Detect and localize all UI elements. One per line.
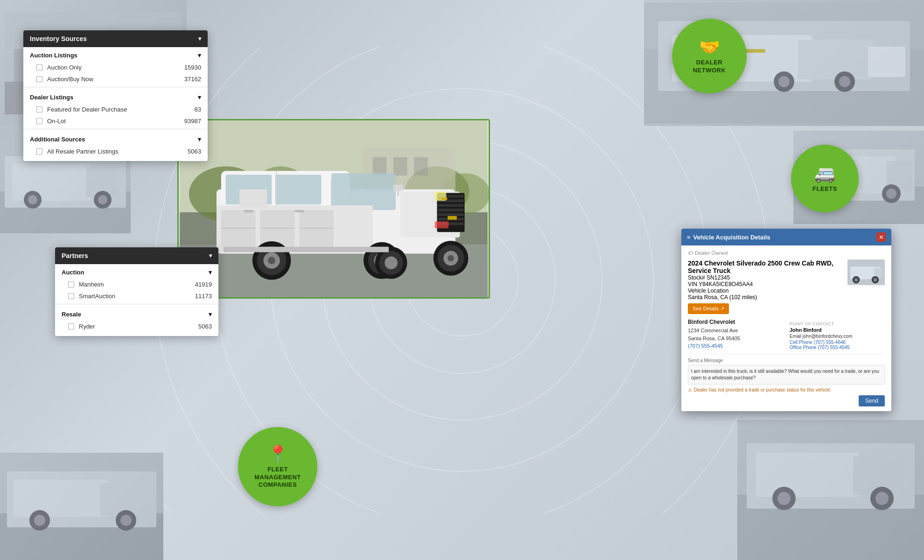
svg-point-131 <box>854 278 858 282</box>
svg-rect-123 <box>224 247 389 252</box>
modal-vehicle-row: 2024 Chevrolet Silverado 2500 Crew Cab R… <box>688 259 885 314</box>
modal-header: ≡ Vehicle Acquisition Details ✕ <box>681 229 891 245</box>
fleet-management-badge: 📍 FLEETMANAGEMENTCOMPANIES <box>238 427 317 506</box>
main-truck-image <box>177 119 490 299</box>
modal-stock-label: Stock# <box>688 274 705 281</box>
modal-close-button[interactable]: ✕ <box>876 232 886 242</box>
svg-point-111 <box>268 257 275 264</box>
fleets-label: FLEETS <box>812 185 837 193</box>
bg-truck-bottom-left <box>0 453 163 560</box>
svg-point-47 <box>28 195 37 204</box>
dealer-listings-section-header[interactable]: Dealer Listings ▾ <box>23 89 208 104</box>
fleets-badge: 🚐 FLEETS <box>791 145 859 212</box>
contact-office-value: (707) 555-4545 <box>818 345 849 350</box>
modal-dealer-info-col: Binford Chevrolet 1234 Commercial Ave Sa… <box>688 319 783 350</box>
contact-office-label: Office Phone <box>790 345 817 350</box>
svg-rect-44 <box>12 163 91 201</box>
resale-partner-item[interactable]: All Resale Partner Listings 5063 <box>23 146 208 157</box>
featured-dealer-label: Featured for Dealer Purchase <box>47 106 191 113</box>
manheim-label: Manheim <box>79 281 191 288</box>
modal-dealer-phone[interactable]: (707) 555-4545 <box>688 343 783 349</box>
ryder-checkbox[interactable] <box>68 323 74 329</box>
modal-location-row: Vehicle Location Santa Rosa, CA (102 mil… <box>688 287 842 301</box>
svg-rect-82 <box>331 173 396 210</box>
svg-rect-78 <box>414 157 428 175</box>
partners-panel: Partners ▾ Auction ▾ Manheim 41919 Smart… <box>55 247 218 336</box>
inventory-panel-header[interactable]: Inventory Sources ▾ <box>23 30 208 47</box>
send-message-label: Send a Message <box>688 358 885 363</box>
partners-panel-chevron[interactable]: ▾ <box>209 252 212 259</box>
fleet-management-label: FLEETMANAGEMENTCOMPANIES <box>254 466 301 490</box>
ryder-item[interactable]: Ryder 5063 <box>55 321 218 332</box>
modal-dealer-name: Binford Chevrolet <box>688 319 783 325</box>
dealer-listings-chevron[interactable]: ▾ <box>198 94 201 101</box>
modal-contact-cell: Cell Phone (707) 555-4646 <box>790 340 885 345</box>
dealer-network-label: DEALERNETWORK <box>693 59 726 75</box>
svg-point-56 <box>34 515 45 526</box>
inventory-panel-title: Inventory Sources <box>30 35 87 42</box>
modal-menu-icon: ≡ <box>687 234 691 241</box>
modal-contact-email: Email john@binfordchevy.com <box>790 333 885 340</box>
resale-partner-checkbox[interactable] <box>36 148 42 154</box>
svg-point-118 <box>385 256 398 269</box>
featured-dealer-item[interactable]: Featured for Dealer Purchase 83 <box>23 104 208 115</box>
dealer-owned-label: Dealer Owned <box>695 250 728 256</box>
handshake-icon: 🤝 <box>699 37 720 57</box>
partners-auction-chevron[interactable]: ▾ <box>209 269 212 276</box>
modal-vin-label: VIN <box>688 281 697 287</box>
partners-auction-section-header[interactable]: Auction ▾ <box>55 264 218 279</box>
auction-listings-section-header[interactable]: Auction Listings ▾ <box>23 47 208 62</box>
svg-rect-125 <box>294 210 304 212</box>
auction-only-count: 15930 <box>184 64 201 71</box>
auction-only-checkbox[interactable] <box>36 64 42 70</box>
partners-panel-title: Partners <box>62 252 88 259</box>
auction-buy-now-checkbox[interactable] <box>36 76 42 82</box>
modal-vin-row: VIN Y84KA5ICE8O45AA4 <box>688 281 842 287</box>
smartauction-count: 11173 <box>195 293 212 300</box>
partners-auction-label: Auction <box>62 269 84 276</box>
svg-rect-62 <box>756 453 859 497</box>
on-lot-checkbox[interactable] <box>36 118 42 124</box>
svg-point-30 <box>839 76 850 87</box>
smartauction-item[interactable]: SmartAuction 11173 <box>55 290 218 302</box>
modal-two-col: Binford Chevrolet 1234 Commercial Ave Sa… <box>688 319 885 350</box>
partners-panel-header[interactable]: Partners ▾ <box>55 247 218 264</box>
modal-vehicle-thumbnail <box>847 259 885 285</box>
manheim-item[interactable]: Manheim 41919 <box>55 279 218 290</box>
svg-point-122 <box>448 255 454 261</box>
svg-rect-106 <box>393 185 403 191</box>
see-details-button[interactable]: See Details ↗ <box>688 303 729 314</box>
dealer-listings-label: Dealer Listings <box>30 94 73 101</box>
svg-point-67 <box>875 492 889 505</box>
svg-point-133 <box>874 278 877 282</box>
modal-contact-name: John Binford <box>790 327 885 333</box>
contact-email-value: john@binfordchevy.com <box>803 334 853 339</box>
on-lot-item[interactable]: On-Lot 93987 <box>23 115 208 127</box>
location-pin-icon: 📍 <box>267 444 288 464</box>
modal-location-value: Santa Rosa, CA (102 miles) <box>688 294 757 301</box>
manheim-checkbox[interactable] <box>68 281 74 287</box>
smartauction-checkbox[interactable] <box>68 293 74 299</box>
message-text-area[interactable]: I am interested in this truck, is it sti… <box>688 365 885 385</box>
auction-only-item[interactable]: Auction Only 15930 <box>23 62 208 73</box>
inventory-panel-chevron[interactable]: ▾ <box>198 35 201 42</box>
additional-sources-chevron[interactable]: ▾ <box>198 136 201 143</box>
auction-listings-chevron[interactable]: ▾ <box>198 52 201 59</box>
svg-point-65 <box>777 492 791 505</box>
svg-rect-95 <box>448 216 457 220</box>
smartauction-label: SmartAuction <box>79 293 191 300</box>
partners-resale-section-header[interactable]: Resale ▾ <box>55 306 218 321</box>
fleets-icon: 🚐 <box>814 164 835 183</box>
svg-point-58 <box>120 515 132 526</box>
svg-rect-23 <box>798 40 873 79</box>
ryder-count: 5063 <box>198 323 212 330</box>
svg-rect-24 <box>868 47 905 77</box>
modal-contact-col: POINT OF CONTACT John Binford Email john… <box>790 319 885 350</box>
send-button[interactable]: Send <box>859 395 885 406</box>
dealer-owned-badge: 🏷 Dealer Owned <box>688 250 885 256</box>
divider-3 <box>55 304 218 304</box>
partners-resale-chevron[interactable]: ▾ <box>209 311 212 318</box>
auction-buy-now-item[interactable]: Auction/Buy Now 37162 <box>23 73 208 85</box>
featured-dealer-checkbox[interactable] <box>36 106 42 112</box>
additional-sources-section-header[interactable]: Additional Sources ▾ <box>23 131 208 146</box>
